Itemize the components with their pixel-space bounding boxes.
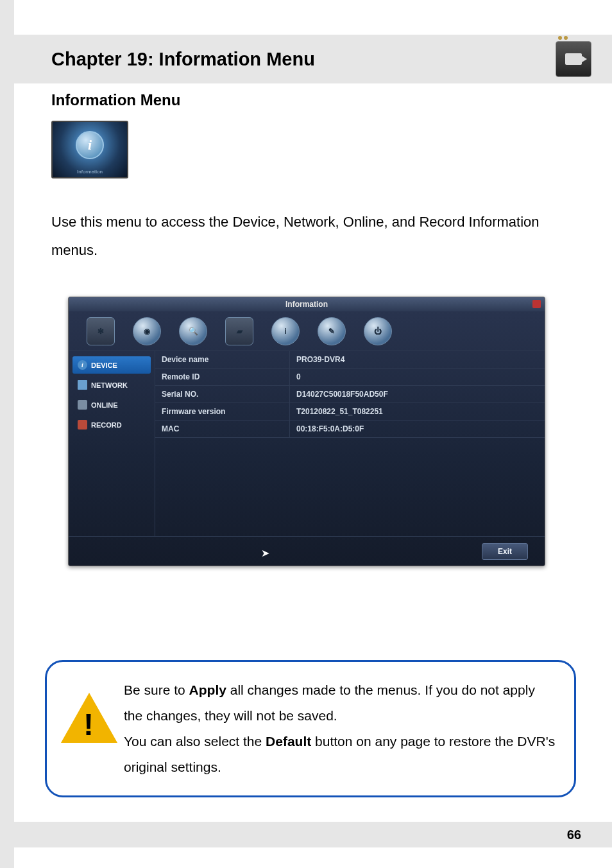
monitor-icon: [78, 400, 87, 410]
table-row: Serial NO. D14027C50018F50AD50F: [155, 386, 545, 403]
chapter-title: Chapter 19: Information Menu: [51, 49, 315, 70]
sidebar-item-device[interactable]: i DEVICE: [72, 356, 151, 374]
window-title: Information: [285, 300, 328, 309]
network-icon: [78, 380, 87, 390]
power-icon[interactable]: ⏻: [364, 317, 392, 345]
cursor-icon: ➤: [261, 547, 269, 559]
sidebar: i DEVICE NETWORK ONLINE RECORD: [69, 351, 155, 536]
info-menu-thumbnail: i Information: [51, 121, 128, 178]
row-label: MAC: [155, 421, 290, 437]
close-icon[interactable]: [532, 300, 541, 308]
page-footer: 66: [14, 822, 612, 847]
tools-icon[interactable]: ✎: [318, 317, 346, 345]
sidebar-item-network[interactable]: NETWORK: [72, 376, 151, 394]
table-row: MAC 00:18:F5:0A:D5:0F: [155, 421, 545, 438]
camera-lens-icon[interactable]: ◉: [133, 317, 161, 345]
row-value: 00:18:F5:0A:D5:0F: [290, 421, 545, 437]
sidebar-item-label: RECORD: [91, 421, 122, 429]
info-circle-icon[interactable]: i: [271, 317, 300, 345]
chapter-header: Chapter 19: Information Menu: [14, 35, 612, 83]
page-number: 66: [567, 828, 581, 842]
top-icon-row: ✻ ◉ 🔍 ▰ i ✎ ⏻: [69, 311, 545, 351]
sidebar-item-label: NETWORK: [91, 381, 128, 389]
row-label: Firmware version: [155, 403, 290, 420]
drive-icon[interactable]: ▰: [225, 317, 253, 345]
page-left-margin: [0, 0, 14, 868]
sidebar-item-label: DEVICE: [91, 361, 117, 369]
row-value: 0: [290, 369, 545, 385]
record-icon: [78, 420, 87, 430]
table-row: Remote ID 0: [155, 369, 545, 386]
warning-callout: Be sure to Apply all changes made to the…: [45, 660, 576, 797]
row-value: D14027C50018F50AD50F: [290, 386, 545, 403]
device-info-table: Device name PRO39-DVR4 Remote ID 0 Seria…: [155, 351, 545, 536]
sidebar-item-online[interactable]: ONLINE: [72, 396, 151, 413]
dialog-footer: Exit: [69, 536, 545, 566]
window-titlebar: Information: [69, 297, 545, 311]
table-row: Device name PRO39-DVR4: [155, 351, 545, 369]
section-heading: Information Menu: [51, 91, 567, 109]
callout-text: Be sure to Apply all changes made to the…: [124, 677, 556, 780]
table-row: Firmware version T20120822_51_T082251: [155, 403, 545, 421]
row-value: PRO39-DVR4: [290, 351, 545, 368]
camera-icon: [556, 41, 591, 77]
info-icon: i: [78, 360, 87, 370]
search-icon[interactable]: 🔍: [179, 317, 207, 345]
row-label: Serial NO.: [155, 386, 290, 403]
dvr-screenshot: Information ✻ ◉ 🔍 ▰ i ✎ ⏻ i DEVICE NETWO…: [68, 297, 545, 566]
info-thumbnail-label: Information: [53, 169, 127, 175]
sidebar-item-label: ONLINE: [91, 401, 118, 409]
warning-triangle-icon: [61, 693, 117, 743]
row-label: Remote ID: [155, 369, 290, 385]
settings-gear-icon[interactable]: ✻: [87, 317, 115, 345]
info-icon: i: [76, 131, 104, 159]
intro-paragraph: Use this menu to access the Device, Netw…: [51, 208, 567, 265]
page-content: Information Menu i Information Use this …: [51, 91, 567, 566]
sidebar-item-record[interactable]: RECORD: [72, 416, 151, 433]
exit-button[interactable]: Exit: [482, 543, 528, 560]
row-value: T20120822_51_T082251: [290, 403, 545, 420]
row-label: Device name: [155, 351, 290, 368]
